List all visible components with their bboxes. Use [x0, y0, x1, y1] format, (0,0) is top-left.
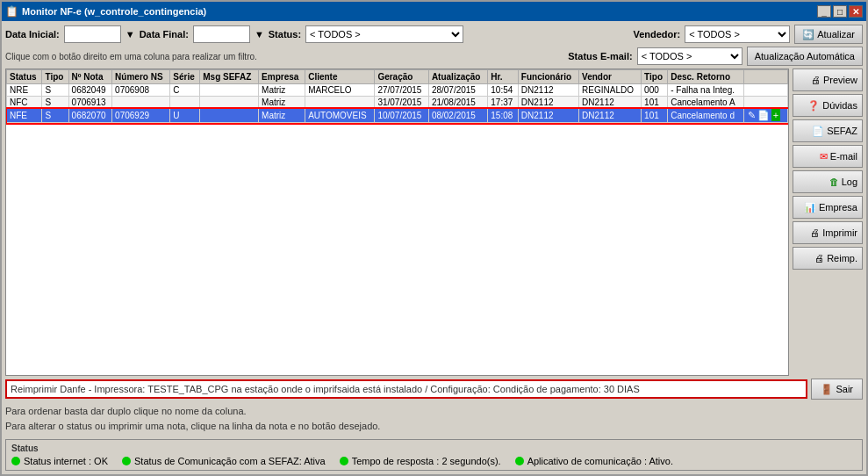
minimize-button[interactable]: _ [817, 5, 831, 18]
close-button[interactable]: ✕ [849, 5, 863, 18]
col-hr[interactable]: Hr. [488, 70, 519, 84]
table-cell: 15:08 [488, 109, 519, 123]
status-item: Status de Comunicação com a SEFAZ: Ativa [122, 456, 326, 466]
empresa-button[interactable]: Empresa [793, 196, 863, 219]
col-empresa[interactable]: Empresa [259, 70, 305, 84]
col-vendor[interactable]: Vendor [579, 70, 642, 84]
col-func[interactable]: Funcionário [518, 70, 578, 84]
edit-icon[interactable]: ✎ [748, 110, 756, 120]
table-cell: DN2112 [579, 97, 642, 109]
col-nota[interactable]: Nº Nota [68, 70, 112, 84]
atualizar-button[interactable]: 🔄 Atualizar [794, 25, 863, 44]
table-cell [200, 84, 259, 97]
col-msg[interactable]: Msg SEFAZ [200, 70, 259, 84]
status-item-label: Aplicativo de comunicação : Ativo. [527, 456, 673, 466]
atualizacao-automatica-button[interactable]: Atualização Automática [747, 47, 863, 66]
status-email-select[interactable]: < TODOS > [637, 47, 742, 65]
status-item: Tempo de resposta : 2 segundo(s). [340, 456, 501, 466]
table-cell: 17:37 [488, 97, 519, 109]
duvidas-button[interactable]: Dúvidas [793, 94, 863, 117]
status-dot [122, 457, 131, 465]
table-container[interactable]: Status Tipo Nº Nota Número NS Série Msg … [6, 69, 788, 375]
col-desc[interactable]: Desc. Retorno [668, 70, 744, 84]
table-cell: DN2112 [518, 84, 578, 97]
table-cell: C [170, 84, 200, 97]
col-geracao[interactable]: Geração [375, 70, 429, 84]
table-area: Status Tipo Nº Nota Número NS Série Msg … [5, 69, 789, 376]
table-row[interactable]: NFCS0706913Matriz31/07/201521/08/201517:… [7, 97, 788, 109]
table-cell: 0682049 [68, 84, 112, 97]
refresh-icon: 🔄 [802, 29, 814, 40]
reimp-icon [814, 253, 824, 263]
col-actions [743, 70, 787, 84]
vendedor-select[interactable]: < TODOS > [685, 25, 790, 43]
table-cell: 0706913 [68, 97, 112, 109]
title-bar: 📋 Monitor NF-e (w_controle_contingencia)… [2, 2, 866, 21]
table-cell: S [42, 84, 68, 97]
data-inicial-input[interactable]: 01/08/15 [64, 25, 121, 43]
table-cell: 21/08/2015 [428, 97, 487, 109]
date-picker-icon2[interactable]: ▼ [255, 29, 264, 40]
status-message-bar: Reimprimir Danfe - Impressora: TESTE_TAB… [5, 379, 807, 399]
vendedor-label: Vendedor: [633, 29, 680, 40]
reimp-button[interactable]: Reimp. [793, 247, 863, 270]
col-atualizacao[interactable]: Atualização [428, 70, 487, 84]
col-cliente[interactable]: Cliente [305, 70, 375, 84]
data-final-input[interactable]: 14/08/15 [193, 25, 250, 43]
table-cell: DN2112 [518, 97, 578, 109]
preview-button[interactable]: Preview [793, 69, 863, 91]
table-cell [170, 97, 200, 109]
sefaz-button[interactable]: SEFAZ [793, 119, 863, 142]
status-item-label: Status internet : OK [24, 456, 108, 466]
col-vtipo[interactable]: Tipo [642, 70, 668, 84]
table-cell: 101 [642, 97, 668, 109]
table-cell [305, 97, 375, 109]
title-bar-controls: _ □ ✕ [817, 5, 863, 18]
table-cell: NRE [7, 84, 42, 97]
maximize-button[interactable]: □ [833, 5, 847, 18]
col-status[interactable]: Status [7, 70, 42, 84]
table-cell: DN2112 [518, 109, 578, 123]
col-serie[interactable]: Série [170, 70, 200, 84]
help-line1: Para ordenar basta dar duplo clique no n… [5, 404, 863, 419]
status-indicators: Status internet : OKStatus de Comunicaçã… [11, 456, 857, 466]
table-row[interactable]: NRES06820490706908CMatrizMARCELO27/07/20… [7, 84, 788, 97]
doc-icon[interactable]: 📄 [757, 110, 770, 120]
title-bar-left: 📋 Monitor NF-e (w_controle_contingencia) [5, 5, 206, 18]
table-actions-cell[interactable] [743, 97, 787, 109]
table-cell: DN2112 [579, 109, 642, 123]
data-inicial-label: Data Inicial: [5, 29, 60, 40]
table-cell [112, 97, 170, 109]
action-icon[interactable]: + [771, 109, 780, 121]
status-select[interactable]: < TODOS > Autorizado Cancelado Pendente [305, 25, 463, 43]
table-row[interactable]: NFES06820700706929UMatrizAUTOMOVEIS10/07… [7, 109, 788, 123]
status-item-label: Status de Comunicação com a SEFAZ: Ativa [134, 456, 326, 466]
table-cell: NFE [7, 109, 42, 123]
date-picker-icon[interactable]: ▼ [126, 29, 135, 40]
table-cell: - Falha na Integ. [668, 84, 744, 97]
table-cell: U [170, 109, 200, 123]
status-section: Status Status internet : OKStatus de Com… [5, 439, 863, 471]
col-ns[interactable]: Número NS [112, 70, 170, 84]
status-label: Status: [269, 29, 301, 40]
table-cell: 0682070 [68, 109, 112, 123]
help-text-area: Para ordenar basta dar duplo clique no n… [5, 402, 863, 435]
imprimir-button[interactable]: Imprimir [793, 221, 863, 244]
help-line2: Para alterar o status ou imprimir uma no… [5, 419, 863, 434]
table-cell: S [42, 97, 68, 109]
table-actions-cell[interactable]: ✎📄+ [743, 109, 787, 123]
preview-icon [811, 75, 821, 85]
col-tipo[interactable]: Tipo [42, 70, 68, 84]
sair-button[interactable]: 🚪 Sair [811, 379, 863, 400]
log-button[interactable]: Log [793, 170, 863, 193]
right-panel: Preview Dúvidas SEFAZ E-mail Log [793, 69, 863, 376]
email-button[interactable]: E-mail [793, 145, 863, 168]
log-icon [829, 177, 839, 187]
table-actions-cell[interactable] [743, 84, 787, 97]
data-final-label: Data Final: [140, 29, 189, 40]
duvidas-icon [807, 100, 820, 112]
status-message-text: Reimprimir Danfe - Impressora: TESTE_TAB… [11, 384, 640, 394]
table-cell [200, 97, 259, 109]
table-cell: 08/02/2015 [428, 109, 487, 123]
status-item-label: Tempo de resposta : 2 segundo(s). [352, 456, 501, 466]
